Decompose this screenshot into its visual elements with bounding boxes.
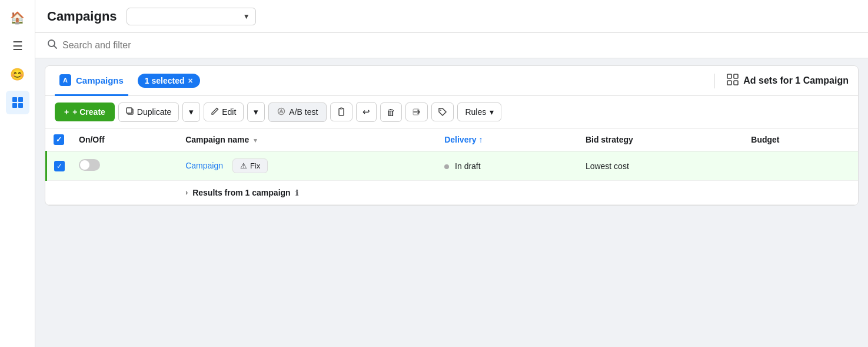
results-info-icon[interactable]: ℹ — [295, 189, 298, 197]
search-icon — [47, 39, 58, 52]
ab-test-button[interactable]: A/B test — [268, 103, 327, 122]
delete-button[interactable]: 🗑 — [380, 103, 402, 122]
main-content: Campaigns ▼ A — [35, 0, 868, 347]
top-header: Campaigns ▼ — [35, 0, 868, 33]
column-header-bid-strategy: Bid strategy — [578, 128, 744, 151]
column-header-onoff: On/Off — [72, 128, 178, 151]
create-button[interactable]: + + Create — [55, 103, 115, 121]
delivery-status-dot — [444, 164, 449, 169]
row-delivery-cell: In draft — [437, 151, 578, 181]
content-area: A Campaigns 1 selected × — [35, 58, 868, 347]
svg-rect-7 — [734, 74, 738, 78]
sidebar-item-grid[interactable] — [6, 91, 29, 114]
duplicate-label: Duplicate — [137, 107, 171, 117]
svg-rect-1 — [18, 97, 23, 102]
campaign-toggle[interactable] — [79, 159, 100, 171]
svg-point-17 — [440, 110, 441, 111]
row-toggle-cell[interactable] — [72, 151, 178, 181]
edit-icon — [211, 107, 219, 117]
delivery-status-label: In draft — [455, 161, 481, 171]
duplicate-button[interactable]: Duplicate — [118, 103, 179, 122]
rules-label: Rules — [465, 107, 486, 117]
select-all-checkbox-header[interactable]: ✓ — [46, 128, 72, 151]
campaign-name-sort-icon[interactable]: ▾ — [254, 137, 257, 144]
results-check-cell — [46, 181, 72, 205]
row-checkbox[interactable]: ✓ — [54, 161, 65, 171]
panel-header: A Campaigns 1 selected × — [45, 66, 858, 96]
search-input[interactable] — [62, 40, 341, 51]
svg-rect-14 — [339, 108, 344, 115]
sidebar-item-home[interactable]: 🏠 — [6, 6, 29, 29]
sidebar: 🏠 ☰ 😊 — [0, 0, 35, 347]
ab-test-icon — [277, 107, 285, 117]
search-bar-inner — [47, 39, 341, 52]
table-row-results: › Results from 1 campaign ℹ — [46, 181, 859, 205]
select-all-checkbox[interactable]: ✓ — [54, 134, 64, 145]
rules-button[interactable]: Rules ▾ — [457, 103, 501, 121]
selected-badge[interactable]: 1 selected × — [138, 74, 200, 88]
create-label: + Create — [72, 107, 105, 117]
tag-button[interactable] — [431, 103, 454, 121]
campaign-link[interactable]: Campaign — [185, 161, 223, 170]
svg-rect-8 — [727, 81, 731, 85]
row-campaign-name-cell: Campaign ⚠ Fix — [178, 151, 437, 181]
rules-dropdown-icon: ▾ — [490, 107, 494, 117]
svg-rect-9 — [734, 81, 738, 85]
column-header-delivery[interactable]: Delivery ↑ — [437, 128, 578, 151]
edit-dropdown-button[interactable]: ▾ — [247, 102, 265, 122]
row-checkbox-cell[interactable]: ✓ — [46, 151, 72, 181]
undo-button[interactable]: ↩ — [356, 102, 377, 122]
fix-button[interactable]: ⚠ Fix — [232, 158, 268, 173]
ab-test-label: A/B test — [289, 107, 318, 117]
row-bid-strategy-cell: Lowest cost — [578, 151, 744, 181]
clipboard-button[interactable] — [330, 103, 352, 121]
table-row: ✓ Campaign ⚠ Fix — [46, 151, 859, 181]
forward-button[interactable] — [405, 103, 428, 121]
ad-sets-section: Ad sets for 1 Campaign — [714, 74, 849, 88]
campaigns-tab-icon: A — [59, 74, 71, 86]
svg-rect-11 — [127, 108, 132, 113]
results-expand-cell[interactable]: › Results from 1 campaign ℹ — [178, 181, 858, 205]
fix-label: Fix — [250, 161, 260, 170]
results-toggle-cell — [72, 181, 178, 205]
duplicate-icon — [126, 107, 134, 117]
results-label: Results from 1 campaign — [192, 188, 291, 197]
ad-sets-label: Ad sets for 1 Campaign — [743, 75, 849, 86]
ad-sets-grid-icon — [727, 74, 739, 88]
svg-rect-6 — [727, 74, 731, 78]
campaigns-tab[interactable]: A Campaigns — [55, 66, 128, 96]
campaigns-table: ✓ On/Off Campaign name ▾ Delivery ↑ Bid … — [45, 128, 858, 205]
row-budget-cell — [744, 151, 858, 181]
column-header-budget: Budget — [744, 128, 858, 151]
column-header-campaign-name: Campaign name ▾ — [178, 128, 437, 151]
results-expand-row[interactable]: › Results from 1 campaign ℹ — [185, 188, 851, 197]
search-bar — [35, 33, 868, 58]
svg-rect-0 — [12, 97, 17, 102]
toolbar: + + Create Duplicate ▾ — [45, 96, 858, 128]
campaigns-panel: A Campaigns 1 selected × — [45, 65, 859, 206]
campaign-select[interactable] — [127, 8, 256, 25]
fix-warning-icon: ⚠ — [240, 161, 247, 170]
svg-rect-2 — [12, 103, 17, 108]
edit-button[interactable]: Edit — [204, 103, 244, 121]
svg-rect-3 — [18, 103, 23, 108]
sidebar-item-emoji[interactable]: 😊 — [6, 62, 29, 86]
selected-count-label: 1 selected — [145, 76, 185, 85]
create-plus-icon: + — [64, 107, 69, 117]
campaigns-tab-label: Campaigns — [76, 75, 124, 85]
campaign-select-wrapper: ▼ — [127, 8, 256, 25]
expand-chevron-icon[interactable]: › — [185, 189, 188, 197]
duplicate-dropdown-button[interactable]: ▾ — [182, 102, 200, 122]
table-header-row: ✓ On/Off Campaign name ▾ Delivery ↑ Bid … — [46, 128, 859, 151]
selected-badge-close-icon[interactable]: × — [188, 76, 193, 85]
edit-label: Edit — [222, 107, 236, 117]
svg-rect-15 — [340, 108, 342, 109]
page-title: Campaigns — [47, 9, 117, 24]
svg-line-5 — [54, 46, 57, 49]
sidebar-item-menu[interactable]: ☰ — [6, 34, 29, 58]
